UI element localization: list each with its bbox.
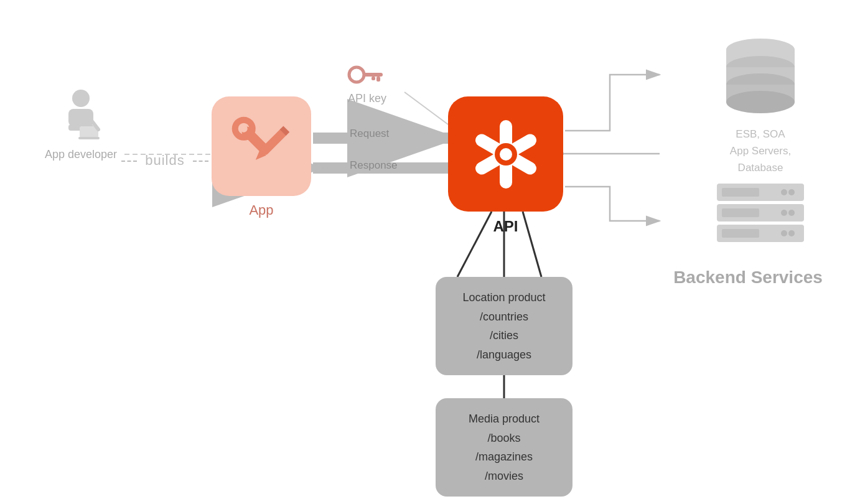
svg-point-22 [349, 67, 364, 82]
svg-rect-43 [722, 208, 759, 217]
svg-rect-39 [722, 188, 759, 197]
request-label: Request [350, 128, 389, 140]
svg-point-37 [726, 91, 795, 113]
svg-line-1 [404, 92, 448, 124]
svg-point-48 [788, 230, 795, 236]
api-box [448, 96, 563, 212]
location-line-3: /cities [451, 326, 558, 345]
svg-point-41 [781, 189, 787, 195]
svg-point-49 [781, 230, 787, 236]
svg-rect-24 [376, 77, 380, 82]
api-key-area: API key [345, 62, 389, 105]
media-product-text: Media product /books /magazines /movies [451, 409, 558, 485]
svg-rect-23 [363, 73, 383, 77]
svg-rect-11 [68, 109, 93, 126]
svg-point-40 [788, 189, 795, 195]
svg-point-30 [500, 148, 512, 161]
api-key-label: API key [345, 92, 389, 105]
location-line-4: /languages [451, 345, 558, 365]
app-developer-section: App developer [31, 87, 131, 161]
svg-rect-14 [78, 137, 100, 139]
developer-label: App developer [31, 148, 131, 161]
media-line-1: Media product [451, 409, 558, 429]
app-box [212, 96, 311, 196]
location-product-text: Location product /countries /cities /lan… [451, 288, 558, 364]
svg-rect-25 [372, 77, 375, 80]
diagram-container: App developer builds App [0, 0, 860, 504]
api-label: API [448, 218, 563, 235]
media-product-box: Media product /books /magazines /movies [436, 398, 573, 497]
svg-point-44 [788, 210, 795, 216]
media-line-3: /magazines [451, 447, 558, 467]
svg-rect-47 [722, 229, 759, 238]
db-icon-area: ESB, SOAApp Servers,Database [698, 31, 823, 177]
backend-services-label: Backend Services [673, 268, 823, 287]
builds-connector: builds [124, 152, 205, 169]
server-icon-area [698, 180, 823, 251]
response-label: Response [350, 159, 398, 172]
media-line-2: /books [451, 429, 558, 448]
esb-label: ESB, SOAApp Servers,Database [698, 126, 823, 177]
svg-point-45 [781, 210, 787, 216]
svg-point-10 [72, 90, 90, 107]
location-line-2: /countries [451, 307, 558, 327]
app-label: App [212, 202, 311, 218]
builds-label: builds [140, 152, 189, 169]
media-line-4: /movies [451, 467, 558, 486]
location-line-1: Location product [451, 288, 558, 307]
developer-icon [56, 87, 106, 143]
location-product-box: Location product /countries /cities /lan… [436, 277, 573, 375]
